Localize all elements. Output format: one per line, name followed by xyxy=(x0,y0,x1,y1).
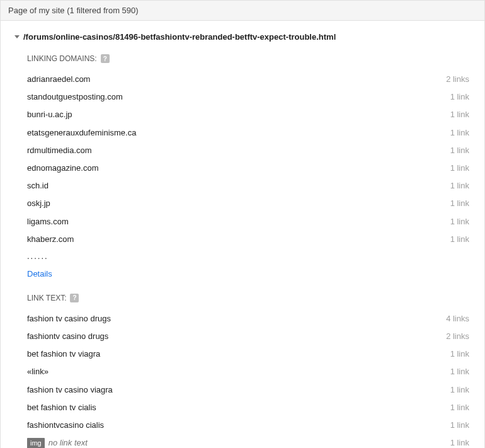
link-text-value: «link» xyxy=(27,366,48,377)
domain-name: ligams.com xyxy=(27,216,69,227)
link-text-section: LINK TEXT: ? fashion tv casino drugs 4 l… xyxy=(27,294,469,448)
domain-name: oskj.jp xyxy=(27,198,50,209)
linktext-row[interactable]: fashiontvcasino cialis 1 link xyxy=(27,416,469,434)
link-text-value: bet fashion tv viagra xyxy=(27,348,100,360)
domain-row[interactable]: rdmultimedia.com 1 link xyxy=(27,142,469,159)
panel-title: Page of my site (1 filtered from 590) xyxy=(8,6,139,15)
img-badge: img xyxy=(27,438,45,448)
domain-name: sch.id xyxy=(27,180,48,192)
link-count: 1 link xyxy=(450,127,469,139)
domain-row[interactable]: oskj.jp 1 link xyxy=(27,195,469,212)
link-count: 1 link xyxy=(450,91,469,103)
link-count: 1 link xyxy=(450,437,469,448)
link-count: 1 link xyxy=(450,163,469,174)
link-text-value: fashion tv casino drugs xyxy=(27,313,111,325)
domain-row[interactable]: standoutguestposting.com 1 link xyxy=(27,88,469,106)
help-icon[interactable]: ? xyxy=(70,294,79,302)
caret-down-icon xyxy=(14,35,20,38)
link-count: 1 link xyxy=(450,109,469,120)
linktext-row[interactable]: fashion tv casino drugs 4 links xyxy=(27,310,469,328)
link-text-heading: LINK TEXT: ? xyxy=(27,294,469,302)
link-count: 1 link xyxy=(450,180,469,192)
link-count: 1 link xyxy=(450,198,469,209)
link-count: 1 link xyxy=(450,348,469,360)
link-text-value: bet fashion tv cialis xyxy=(27,402,96,413)
link-text-value: img no link text xyxy=(27,437,88,448)
domain-name: bunri-u.ac.jp xyxy=(27,109,72,120)
link-count: 1 link xyxy=(450,384,469,396)
domain-row[interactable]: adrianraedel.com 2 links xyxy=(27,71,469,88)
link-text-value: fashiontv casino drugs xyxy=(27,331,108,342)
domain-row[interactable]: bunri-u.ac.jp 1 link xyxy=(27,106,469,123)
domain-name: standoutguestposting.com xyxy=(27,91,123,103)
help-icon[interactable]: ? xyxy=(101,54,110,63)
no-link-text-label: no link text xyxy=(48,437,88,448)
linking-domains-section: LINKING DOMAINS: ? adrianraedel.com 2 li… xyxy=(27,54,469,280)
domain-name: ednomagazine.com xyxy=(27,163,98,174)
link-count: 2 links xyxy=(446,331,469,342)
domain-row[interactable]: ednomagazine.com 1 link xyxy=(27,159,469,177)
domain-row[interactable]: khaberz.com 1 link xyxy=(27,231,469,248)
linktext-row[interactable]: img no link text 1 link xyxy=(27,434,469,448)
heading-text: LINK TEXT: xyxy=(27,294,66,302)
link-count: 1 link xyxy=(450,402,469,413)
panel-header: Page of my site (1 filtered from 590) xyxy=(0,0,470,21)
page-url: /forums/online-casinos/81496-betfashiont… xyxy=(23,32,336,42)
linktext-row[interactable]: fashiontv casino drugs 2 links xyxy=(27,328,469,345)
heading-text: LINKING DOMAINS: xyxy=(27,54,97,63)
link-count: 1 link xyxy=(450,366,469,377)
domain-name: rdmultimedia.com xyxy=(27,145,92,156)
link-count: 1 link xyxy=(450,234,469,245)
link-count: 2 links xyxy=(446,74,469,85)
more-indicator: ...... xyxy=(27,248,469,264)
linktext-row[interactable]: bet fashion tv viagra 1 link xyxy=(27,345,469,363)
linktext-row[interactable]: «link» 1 link xyxy=(27,363,469,381)
panel-header-cap xyxy=(470,0,485,21)
link-count: 1 link xyxy=(450,216,469,227)
linktext-row[interactable]: fashion tv casino viagra 1 link xyxy=(27,381,469,399)
panel-content: /forums/online-casinos/81496-betfashiont… xyxy=(0,21,485,448)
domain-name: etatsgenerauxdufeminisme.ca xyxy=(27,127,136,139)
domain-row[interactable]: sch.id 1 link xyxy=(27,177,469,195)
domain-name: adrianraedel.com xyxy=(27,74,90,85)
link-count: 1 link xyxy=(450,420,469,431)
domain-name: khaberz.com xyxy=(27,234,74,245)
linking-domains-heading: LINKING DOMAINS: ? xyxy=(27,54,469,63)
link-text-value: fashiontvcasino cialis xyxy=(27,420,104,431)
linktext-row[interactable]: bet fashion tv cialis 1 link xyxy=(27,399,469,416)
domain-row[interactable]: ligams.com 1 link xyxy=(27,213,469,231)
link-count: 4 links xyxy=(446,313,469,325)
link-count: 1 link xyxy=(450,145,469,156)
domain-row[interactable]: etatsgenerauxdufeminisme.ca 1 link xyxy=(27,124,469,142)
link-text-value: fashion tv casino viagra xyxy=(27,384,113,396)
details-link[interactable]: Details xyxy=(27,264,469,280)
page-url-row[interactable]: /forums/online-casinos/81496-betfashiont… xyxy=(14,32,473,42)
